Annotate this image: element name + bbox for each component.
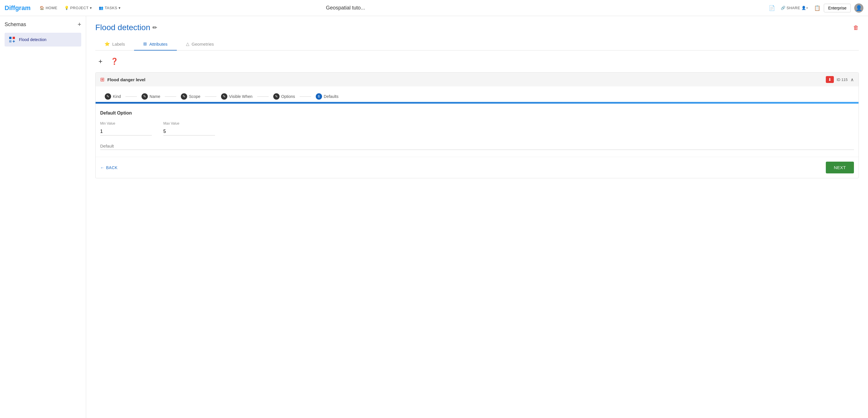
sidebar: Schemas + Flood detection [0,16,86,418]
edit-title-icon[interactable]: ✏ [152,24,157,31]
nav-home[interactable]: 🏠 HOME [37,5,60,11]
defaults-section: Default Option Min Value Max Value [96,111,859,150]
logo[interactable]: Diffgram [5,4,30,12]
progress-bar [96,102,859,103]
min-value-field: Min Value [100,121,152,136]
schema-item-flood-detection[interactable]: Flood detection [5,33,81,47]
help-icon: ❓ [111,58,118,65]
logo-diff: Diff [5,4,15,11]
avatar[interactable]: 👤 [854,3,863,12]
back-button[interactable]: ← BACK [100,166,118,170]
max-value-label: Max Value [163,121,215,125]
step-defaults[interactable]: 6 Defaults [311,91,343,102]
svg-rect-2 [12,37,15,39]
page-title: Flood detection ✏ [95,23,157,32]
tab-geometries-text: Geometries [192,41,214,47]
step-options-circle: ✎ [273,93,280,100]
sidebar-header: Schemas + [5,21,81,28]
step-name[interactable]: ✎ Name [137,91,165,102]
section-title: Default Option [96,111,859,116]
tasks-icon: 👥 [99,6,104,10]
step-visible-when-label: Visible When [229,94,252,99]
share-add-icon: 👤+ [801,6,809,10]
main-layout: Schemas + Flood detection Flood detectio… [0,16,868,418]
step-divider-2 [165,96,176,97]
copy-icon: 📋 [814,5,820,11]
main-content: Flood detection ✏ 🗑 ⭐ Labels ⊞ Attribute… [86,16,868,418]
back-arrow-icon: ← [100,166,104,170]
sidebar-title: Schemas [5,22,26,28]
step-scope[interactable]: ✎ Scope [176,91,205,102]
geometries-icon: △ [186,41,189,47]
svg-rect-1 [9,40,11,42]
step-scope-circle: ✎ [181,93,187,100]
next-button[interactable]: NEXT [826,161,854,173]
tasks-chevron-icon: ▾ [119,6,121,10]
default-field-row [96,142,859,150]
footer-row: ← BACK NEXT [96,157,859,178]
download-icon: ⬇ [828,77,832,82]
topnav: Diffgram 🏠 HOME 💡 PROJECT ▾ 👥 TASKS ▾ Ge… [0,0,868,16]
step-kind[interactable]: ✎ Kind [100,91,125,102]
attribute-name: Flood danger level [107,77,826,82]
labels-star-icon: ⭐ [104,41,110,47]
step-divider-3 [205,96,216,97]
page-title-text: Flood detection [95,23,150,32]
form-row-minmax: Min Value Max Value [96,121,859,136]
max-value-field: Max Value [163,121,215,136]
max-value-input[interactable] [163,128,215,136]
step-defaults-label: Defaults [324,94,338,99]
tabs: ⭐ Labels ⊞ Attributes △ Geometries [95,38,859,51]
min-value-label: Min Value [100,121,152,125]
step-kind-icon: ✎ [106,94,110,98]
file-icon: 📄 [769,5,775,11]
collapse-attribute-icon[interactable]: ∧ [850,77,854,82]
home-icon: 🏠 [40,6,44,10]
attribute-type-icon: ⊞ [100,77,104,83]
project-icon: 💡 [64,6,69,10]
attribute-card: ⊞ Flood danger level ⬇ ID 115 ∧ ✎ Kind [95,72,859,178]
tab-attributes-text: Attributes [149,41,167,47]
step-scope-icon: ✎ [183,94,185,98]
tab-geometries[interactable]: △ Geometries [177,38,223,51]
step-kind-circle: ✎ [105,93,111,100]
project-chevron-icon: ▾ [90,6,92,10]
steps-row: ✎ Kind ✎ Name ✎ Scope [96,86,859,102]
schema-item-label: Flood detection [19,37,46,42]
tab-labels[interactable]: ⭐ Labels [95,38,134,51]
step-name-icon: ✎ [143,94,146,98]
download-attribute-button[interactable]: ⬇ [826,76,834,83]
step-divider-5 [300,96,311,97]
step-defaults-circle: 6 [316,93,322,100]
step-visible-when[interactable]: ✎ Visible When [216,91,257,102]
step-divider-1 [125,96,137,97]
step-divider-4 [257,96,269,97]
toolbar-row: + ❓ [95,56,859,67]
attribute-header: ⊞ Flood danger level ⬇ ID 115 ∧ [96,72,859,86]
back-label: BACK [106,166,118,170]
help-button[interactable]: ❓ [109,56,119,67]
default-value-input[interactable] [100,142,854,150]
nav-right: 📄 🔗 SHARE 👤+ 📋 Enterprise 👤 [769,3,863,12]
step-options-icon: ✎ [275,94,278,98]
step-options[interactable]: ✎ Options [269,91,300,102]
attributes-icon: ⊞ [143,41,147,47]
step-name-label: Name [150,94,160,99]
share-button[interactable]: 🔗 SHARE 👤+ [778,5,811,11]
add-schema-button[interactable]: + [78,21,81,28]
enterprise-button[interactable]: Enterprise [824,4,851,12]
step-visible-when-icon: ✎ [223,94,226,98]
min-value-input[interactable] [100,128,152,136]
nav-tasks[interactable]: 👥 TASKS ▾ [96,5,123,11]
svg-rect-0 [9,37,11,39]
attribute-actions: ⬇ ID 115 ∧ [826,76,854,83]
delete-schema-button[interactable]: 🗑 [853,24,859,31]
add-attribute-button[interactable]: + [95,56,105,67]
schema-item-icon [8,36,16,43]
step-defaults-badge: 6 [318,94,320,98]
nav-project[interactable]: 💡 PROJECT ▾ [62,5,94,11]
tab-attributes[interactable]: ⊞ Attributes [134,38,177,51]
step-options-label: Options [281,94,295,99]
step-name-circle: ✎ [142,93,148,100]
attribute-id: ID 115 [837,78,848,82]
